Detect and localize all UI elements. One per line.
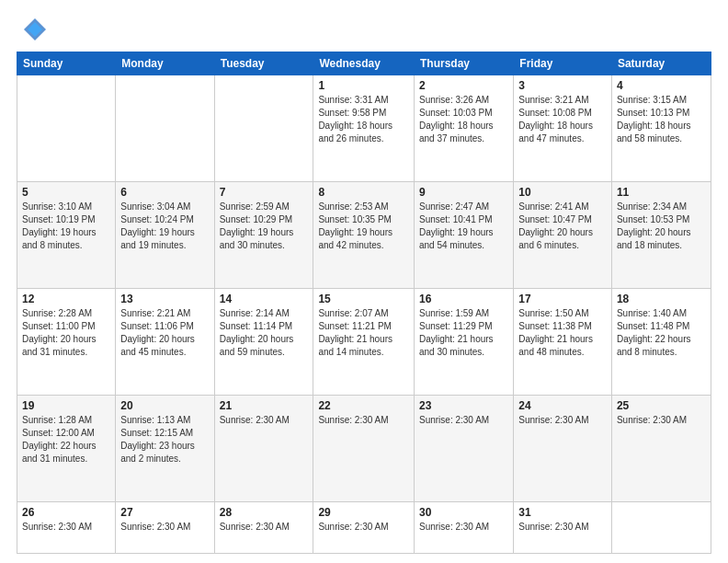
day-info: Sunrise: 1:28 AM Sunset: 12:00 AM Daylig… (22, 414, 110, 465)
day-number: 14 (220, 293, 309, 305)
calendar-table: Sunday Monday Tuesday Wednesday Thursday… (17, 52, 711, 554)
day-number: 29 (318, 506, 409, 519)
calendar-week-row: 19Sunrise: 1:28 AM Sunset: 12:00 AM Dayl… (17, 396, 711, 502)
calendar-cell: 7Sunrise: 2:59 AM Sunset: 10:29 PM Dayli… (214, 182, 313, 289)
day-number: 4 (617, 79, 706, 92)
day-number: 27 (120, 506, 209, 519)
calendar-cell: 8Sunrise: 2:53 AM Sunset: 10:35 PM Dayli… (313, 182, 415, 289)
day-info: Sunrise: 2:14 AM Sunset: 11:14 PM Daylig… (220, 307, 309, 359)
calendar-cell (116, 75, 214, 182)
col-monday: Monday (116, 52, 214, 75)
col-wednesday: Wednesday (313, 52, 415, 75)
day-info: Sunrise: 3:21 AM Sunset: 10:08 PM Daylig… (518, 94, 607, 145)
calendar-cell (214, 75, 313, 182)
day-number: 23 (419, 399, 508, 412)
day-info: Sunrise: 1:40 AM Sunset: 11:48 PM Daylig… (617, 307, 706, 359)
day-info: Sunrise: 2:30 AM (617, 414, 706, 427)
day-info: Sunrise: 2:30 AM (518, 521, 607, 534)
calendar-week-row: 12Sunrise: 2:28 AM Sunset: 11:00 PM Dayl… (17, 289, 711, 396)
logo-icon (22, 17, 48, 42)
day-info: Sunrise: 3:26 AM Sunset: 10:03 PM Daylig… (419, 94, 508, 145)
col-saturday: Saturday (611, 52, 711, 75)
day-info: Sunrise: 2:30 AM (220, 414, 309, 427)
calendar-cell: 12Sunrise: 2:28 AM Sunset: 11:00 PM Dayl… (17, 289, 116, 396)
day-info: Sunrise: 2:34 AM Sunset: 10:53 PM Daylig… (617, 201, 706, 252)
day-info: Sunrise: 3:31 AM Sunset: 9:58 PM Dayligh… (318, 94, 409, 145)
day-number: 6 (120, 186, 209, 199)
calendar-cell (17, 75, 116, 182)
day-number: 19 (22, 399, 110, 412)
day-number: 25 (617, 399, 706, 412)
calendar-cell: 20Sunrise: 1:13 AM Sunset: 12:15 AM Dayl… (116, 396, 214, 502)
calendar-cell: 24Sunrise: 2:30 AM (514, 396, 612, 502)
calendar-cell: 14Sunrise: 2:14 AM Sunset: 11:14 PM Dayl… (214, 289, 313, 396)
day-info: Sunrise: 2:30 AM (318, 521, 409, 534)
calendar-cell: 4Sunrise: 3:15 AM Sunset: 10:13 PM Dayli… (611, 75, 711, 182)
calendar-cell: 30Sunrise: 2:30 AM (414, 502, 513, 554)
day-info: Sunrise: 1:59 AM Sunset: 11:29 PM Daylig… (419, 307, 508, 359)
calendar-cell: 17Sunrise: 1:50 AM Sunset: 11:38 PM Dayl… (514, 289, 612, 396)
day-info: Sunrise: 1:50 AM Sunset: 11:38 PM Daylig… (518, 307, 607, 359)
calendar-cell: 25Sunrise: 2:30 AM (611, 396, 711, 502)
calendar-cell: 21Sunrise: 2:30 AM (214, 396, 313, 502)
day-number: 30 (419, 506, 508, 519)
day-number: 15 (318, 293, 409, 305)
day-number: 12 (22, 293, 110, 305)
calendar-cell: 22Sunrise: 2:30 AM (313, 396, 415, 502)
col-thursday: Thursday (414, 52, 513, 75)
col-tuesday: Tuesday (214, 52, 313, 75)
day-number: 13 (120, 293, 209, 305)
calendar-cell: 2Sunrise: 3:26 AM Sunset: 10:03 PM Dayli… (414, 75, 513, 182)
calendar-cell: 13Sunrise: 2:21 AM Sunset: 11:06 PM Dayl… (116, 289, 214, 396)
calendar-cell: 16Sunrise: 1:59 AM Sunset: 11:29 PM Dayl… (414, 289, 513, 396)
day-info: Sunrise: 2:30 AM (318, 414, 409, 427)
day-number: 8 (318, 186, 409, 199)
calendar-header-row: Sunday Monday Tuesday Wednesday Thursday… (17, 52, 711, 75)
day-info: Sunrise: 2:30 AM (419, 521, 508, 534)
calendar-cell: 6Sunrise: 3:04 AM Sunset: 10:24 PM Dayli… (116, 182, 214, 289)
day-number: 22 (318, 399, 409, 412)
col-friday: Friday (514, 52, 612, 75)
day-info: Sunrise: 2:30 AM (518, 414, 607, 427)
calendar-cell: 31Sunrise: 2:30 AM (514, 502, 612, 554)
day-number: 2 (419, 79, 508, 92)
day-info: Sunrise: 3:04 AM Sunset: 10:24 PM Daylig… (120, 201, 209, 252)
calendar-cell: 1Sunrise: 3:31 AM Sunset: 9:58 PM Daylig… (313, 75, 415, 182)
calendar-cell: 18Sunrise: 1:40 AM Sunset: 11:48 PM Dayl… (611, 289, 711, 396)
calendar-cell: 3Sunrise: 3:21 AM Sunset: 10:08 PM Dayli… (514, 75, 612, 182)
day-info: Sunrise: 2:41 AM Sunset: 10:47 PM Daylig… (518, 201, 607, 252)
calendar-cell: 10Sunrise: 2:41 AM Sunset: 10:47 PM Dayl… (514, 182, 612, 289)
day-number: 11 (617, 186, 706, 199)
day-info: Sunrise: 2:21 AM Sunset: 11:06 PM Daylig… (120, 307, 209, 359)
day-number: 9 (419, 186, 508, 199)
calendar-cell: 11Sunrise: 2:34 AM Sunset: 10:53 PM Dayl… (611, 182, 711, 289)
calendar-cell: 28Sunrise: 2:30 AM (214, 502, 313, 554)
calendar-cell: 27Sunrise: 2:30 AM (116, 502, 214, 554)
day-info: Sunrise: 3:15 AM Sunset: 10:13 PM Daylig… (617, 94, 706, 145)
calendar-cell: 9Sunrise: 2:47 AM Sunset: 10:41 PM Dayli… (414, 182, 513, 289)
day-number: 10 (518, 186, 607, 199)
calendar-week-row: 5Sunrise: 3:10 AM Sunset: 10:19 PM Dayli… (17, 182, 711, 289)
day-info: Sunrise: 2:53 AM Sunset: 10:35 PM Daylig… (318, 201, 409, 252)
day-info: Sunrise: 2:47 AM Sunset: 10:41 PM Daylig… (419, 201, 508, 252)
calendar-week-row: 26Sunrise: 2:30 AM27Sunrise: 2:30 AM28Su… (17, 502, 711, 554)
calendar-cell: 19Sunrise: 1:28 AM Sunset: 12:00 AM Dayl… (17, 396, 116, 502)
day-info: Sunrise: 2:30 AM (22, 521, 110, 534)
day-number: 3 (518, 79, 607, 92)
day-number: 31 (518, 506, 607, 519)
day-number: 28 (220, 506, 309, 519)
day-info: Sunrise: 2:28 AM Sunset: 11:00 PM Daylig… (22, 307, 110, 359)
day-info: Sunrise: 2:30 AM (220, 521, 309, 534)
day-number: 5 (22, 186, 110, 199)
day-number: 17 (518, 293, 607, 305)
col-sunday: Sunday (17, 52, 116, 75)
header (17, 17, 711, 42)
day-number: 24 (518, 399, 607, 412)
logo (17, 17, 48, 42)
day-info: Sunrise: 3:10 AM Sunset: 10:19 PM Daylig… (22, 201, 110, 252)
day-number: 26 (22, 506, 110, 519)
day-info: Sunrise: 2:59 AM Sunset: 10:29 PM Daylig… (220, 201, 309, 252)
day-info: Sunrise: 1:13 AM Sunset: 12:15 AM Daylig… (120, 414, 209, 465)
calendar-cell: 15Sunrise: 2:07 AM Sunset: 11:21 PM Dayl… (313, 289, 415, 396)
calendar-cell: 5Sunrise: 3:10 AM Sunset: 10:19 PM Dayli… (17, 182, 116, 289)
